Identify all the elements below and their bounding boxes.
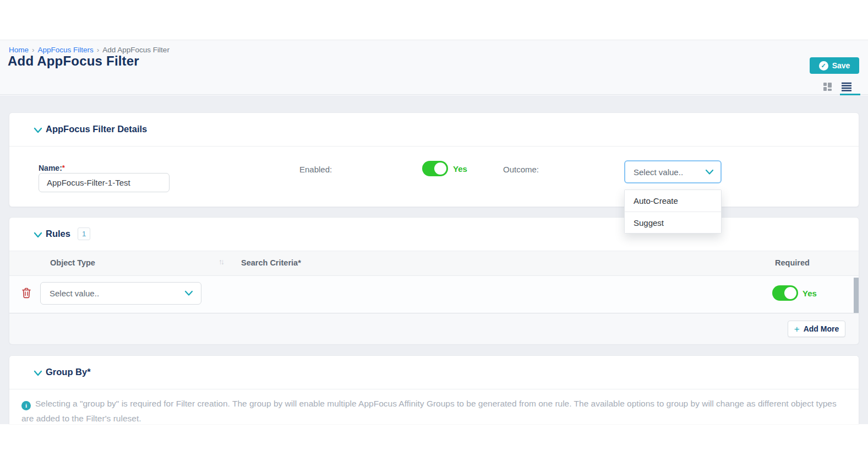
chevron-down-icon[interactable]	[34, 126, 42, 136]
section-appfocus-filter-details: AppFocus Filter Details Name:* Enabled: …	[9, 112, 859, 207]
details-section-header[interactable]: AppFocus Filter Details	[9, 113, 859, 147]
required-toggle-state: Yes	[803, 289, 817, 298]
outcome-option-suggest[interactable]: Suggest	[625, 212, 721, 233]
view-toggle-group	[820, 79, 861, 94]
group-by-section-header[interactable]: Group By*	[9, 356, 859, 389]
breadcrumb-link-home[interactable]: Home	[9, 46, 29, 54]
details-section-title: AppFocus Filter Details	[46, 124, 147, 134]
enabled-toggle-state: Yes	[453, 164, 467, 174]
sort-icon[interactable]: ↑↓	[219, 257, 223, 266]
delete-rule-button[interactable]	[21, 288, 32, 300]
group-by-section-title: Group By*	[46, 367, 91, 377]
main-content: AppFocus Filter Details Name:* Enabled: …	[0, 95, 868, 424]
check-circle-icon: ✓	[819, 61, 828, 71]
plus-icon: +	[794, 324, 800, 334]
add-more-label: Add More	[804, 324, 839, 333]
group-by-info-text: Selecting a "group by" is required for F…	[21, 399, 837, 423]
info-icon: i	[21, 401, 31, 410]
toggle-knob	[784, 287, 796, 299]
outcome-select-placeholder: Select value..	[634, 167, 683, 177]
breadcrumb-separator: ›	[97, 46, 100, 54]
page-title: Add AppFocus Filter	[8, 53, 139, 69]
grid-view-icon[interactable]	[823, 82, 832, 94]
rules-section-header[interactable]: Rules 1	[9, 218, 859, 251]
outcome-select[interactable]: Select value..	[624, 160, 722, 183]
group-by-info-note: iSelecting a "group by" is required for …	[21, 396, 843, 424]
name-label: Name:*	[39, 164, 65, 172]
breadcrumb-link-appfocus-filters[interactable]: AppFocus Filters	[38, 46, 94, 54]
rules-count-badge: 1	[78, 227, 90, 240]
required-asterisk: *	[62, 164, 65, 172]
add-more-button[interactable]: + Add More	[788, 321, 845, 337]
chevron-down-icon	[184, 289, 193, 298]
page-header: Home›AppFocus Filters›Add AppFocus Filte…	[0, 40, 868, 95]
section-rules: Rules 1 Object Type ↑↓ Search Criteria* …	[9, 217, 859, 344]
screen: Home›AppFocus Filters›Add AppFocus Filte…	[0, 0, 868, 466]
save-button[interactable]: ✓ Save	[810, 57, 859, 74]
required-toggle[interactable]	[772, 285, 798, 301]
rules-table-footer: + Add More	[9, 313, 859, 344]
toggle-knob	[434, 162, 446, 175]
object-type-select-placeholder: Select value..	[50, 289, 99, 298]
enabled-label: Enabled:	[299, 165, 332, 174]
column-required: Required	[775, 258, 810, 267]
chevron-down-icon[interactable]	[34, 369, 42, 379]
rules-section-title: Rules	[46, 229, 70, 239]
breadcrumb-separator: ›	[32, 46, 35, 54]
list-view-icon[interactable]	[841, 82, 852, 94]
outcome-dropdown-menu: Auto-Create Suggest	[624, 189, 722, 234]
breadcrumb: Home›AppFocus Filters›Add AppFocus Filte…	[9, 46, 170, 54]
rules-table-row: Select value.. Yes	[9, 276, 859, 313]
object-type-select[interactable]: Select value..	[40, 282, 201, 305]
enabled-toggle[interactable]	[422, 161, 448, 176]
vertical-scrollbar[interactable]	[854, 278, 859, 313]
column-object-type: Object Type	[50, 258, 95, 267]
column-search-criteria: Search Criteria*	[241, 258, 301, 267]
rules-table-header: Object Type ↑↓ Search Criteria* Required	[9, 251, 859, 276]
chevron-down-icon[interactable]	[34, 231, 42, 241]
name-label-text: Name:	[39, 164, 62, 172]
section-group-by: Group By* iSelecting a "group by" is req…	[9, 355, 859, 424]
outcome-label: Outcome:	[503, 165, 539, 174]
save-button-label: Save	[832, 61, 850, 70]
name-input[interactable]	[39, 173, 170, 192]
chevron-down-icon	[705, 167, 714, 177]
breadcrumb-current: Add AppFocus Filter	[102, 46, 170, 54]
outcome-option-auto-create[interactable]: Auto-Create	[625, 190, 721, 212]
